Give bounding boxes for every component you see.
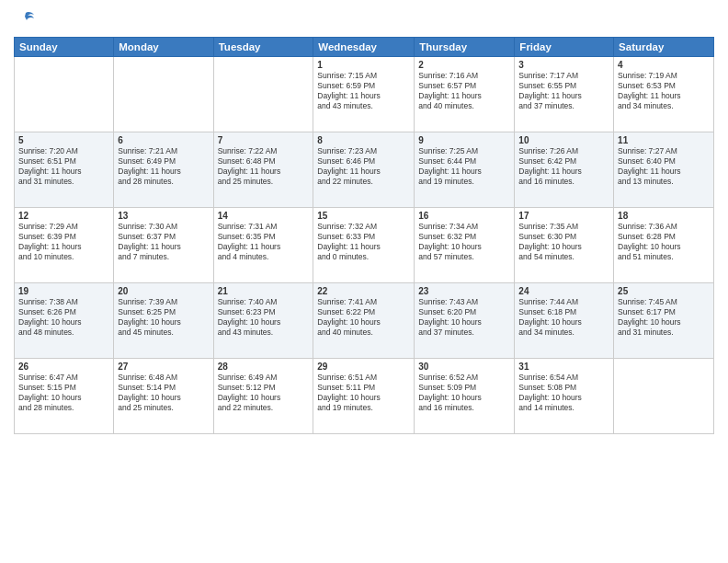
- day-number: 10: [518, 135, 609, 145]
- day-number: 2: [418, 60, 510, 70]
- day-info: Sunrise: 7:45 AM Sunset: 6:17 PM Dayligh…: [618, 297, 710, 338]
- day-info: Sunrise: 6:49 AM Sunset: 5:12 PM Dayligh…: [218, 373, 310, 413]
- col-header-friday: Friday: [515, 38, 614, 57]
- day-info: Sunrise: 7:38 AM Sunset: 6:26 PM Dayligh…: [18, 297, 109, 338]
- col-header-sunday: Sunday: [15, 38, 114, 57]
- calendar-cell: 6Sunrise: 7:21 AM Sunset: 6:49 PM Daylig…: [114, 132, 213, 208]
- day-info: Sunrise: 7:34 AM Sunset: 6:32 PM Dayligh…: [418, 222, 510, 262]
- calendar-week-row: 12Sunrise: 7:29 AM Sunset: 6:39 PM Dayli…: [15, 208, 714, 283]
- calendar-cell: 9Sunrise: 7:25 AM Sunset: 6:44 PM Daylig…: [415, 132, 515, 208]
- day-number: 20: [118, 286, 209, 296]
- day-info: Sunrise: 7:22 AM Sunset: 6:48 PM Dayligh…: [218, 146, 310, 187]
- day-info: Sunrise: 7:44 AM Sunset: 6:18 PM Dayligh…: [518, 297, 609, 338]
- day-info: Sunrise: 7:43 AM Sunset: 6:20 PM Dayligh…: [418, 297, 510, 338]
- day-info: Sunrise: 7:36 AM Sunset: 6:28 PM Dayligh…: [618, 222, 710, 262]
- calendar-cell: [213, 57, 313, 132]
- day-info: Sunrise: 7:19 AM Sunset: 6:53 PM Dayligh…: [618, 71, 710, 111]
- day-number: 27: [118, 362, 209, 372]
- calendar-cell: 22Sunrise: 7:41 AM Sunset: 6:22 PM Dayli…: [313, 283, 415, 359]
- calendar-table: SundayMondayTuesdayWednesdayThursdayFrid…: [14, 37, 714, 434]
- calendar-week-row: 26Sunrise: 6:47 AM Sunset: 5:15 PM Dayli…: [15, 359, 714, 434]
- day-info: Sunrise: 7:40 AM Sunset: 6:23 PM Dayligh…: [218, 297, 310, 338]
- calendar-cell: 2Sunrise: 7:16 AM Sunset: 6:57 PM Daylig…: [415, 57, 515, 132]
- col-header-saturday: Saturday: [614, 38, 714, 57]
- day-info: Sunrise: 7:26 AM Sunset: 6:42 PM Dayligh…: [518, 146, 609, 187]
- calendar-cell: 10Sunrise: 7:26 AM Sunset: 6:42 PM Dayli…: [515, 132, 614, 208]
- day-number: 14: [218, 211, 310, 221]
- day-info: Sunrise: 7:39 AM Sunset: 6:25 PM Dayligh…: [118, 297, 209, 338]
- day-number: 26: [18, 362, 109, 372]
- day-number: 31: [518, 362, 609, 372]
- day-info: Sunrise: 6:54 AM Sunset: 5:08 PM Dayligh…: [518, 373, 609, 413]
- day-number: 29: [317, 362, 410, 372]
- day-info: Sunrise: 7:17 AM Sunset: 6:55 PM Dayligh…: [518, 71, 609, 111]
- day-info: Sunrise: 7:35 AM Sunset: 6:30 PM Dayligh…: [518, 222, 609, 262]
- header: [14, 9, 714, 29]
- day-number: 17: [518, 211, 609, 221]
- day-number: 16: [418, 211, 510, 221]
- day-number: 9: [418, 135, 510, 145]
- calendar-cell: 8Sunrise: 7:23 AM Sunset: 6:46 PM Daylig…: [313, 132, 415, 208]
- calendar-cell: 12Sunrise: 7:29 AM Sunset: 6:39 PM Dayli…: [15, 208, 114, 283]
- calendar-cell: 5Sunrise: 7:20 AM Sunset: 6:51 PM Daylig…: [15, 132, 114, 208]
- logo: [14, 9, 36, 29]
- day-info: Sunrise: 7:15 AM Sunset: 6:59 PM Dayligh…: [317, 71, 410, 111]
- day-info: Sunrise: 7:31 AM Sunset: 6:35 PM Dayligh…: [218, 222, 310, 262]
- day-info: Sunrise: 7:16 AM Sunset: 6:57 PM Dayligh…: [418, 71, 510, 111]
- day-info: Sunrise: 7:29 AM Sunset: 6:39 PM Dayligh…: [18, 222, 109, 262]
- calendar-cell: 29Sunrise: 6:51 AM Sunset: 5:11 PM Dayli…: [313, 359, 415, 434]
- col-header-monday: Monday: [114, 38, 213, 57]
- day-number: 30: [418, 362, 510, 372]
- day-number: 7: [218, 135, 310, 145]
- day-number: 3: [518, 60, 609, 70]
- calendar-cell: 28Sunrise: 6:49 AM Sunset: 5:12 PM Dayli…: [213, 359, 313, 434]
- day-info: Sunrise: 7:41 AM Sunset: 6:22 PM Dayligh…: [317, 297, 410, 338]
- day-number: 4: [618, 60, 710, 70]
- calendar-cell: 21Sunrise: 7:40 AM Sunset: 6:23 PM Dayli…: [213, 283, 313, 359]
- day-number: 1: [317, 60, 410, 70]
- day-info: Sunrise: 6:51 AM Sunset: 5:11 PM Dayligh…: [317, 373, 410, 413]
- day-info: Sunrise: 6:52 AM Sunset: 5:09 PM Dayligh…: [418, 373, 510, 413]
- day-info: Sunrise: 7:20 AM Sunset: 6:51 PM Dayligh…: [18, 146, 109, 187]
- day-number: 23: [418, 286, 510, 296]
- calendar-cell: 15Sunrise: 7:32 AM Sunset: 6:33 PM Dayli…: [313, 208, 415, 283]
- day-number: 18: [618, 211, 710, 221]
- day-number: 12: [18, 211, 109, 221]
- calendar-cell: 13Sunrise: 7:30 AM Sunset: 6:37 PM Dayli…: [114, 208, 213, 283]
- day-number: 21: [218, 286, 310, 296]
- calendar-cell: 7Sunrise: 7:22 AM Sunset: 6:48 PM Daylig…: [213, 132, 313, 208]
- day-number: 19: [18, 286, 109, 296]
- col-header-thursday: Thursday: [415, 38, 515, 57]
- calendar-cell: 26Sunrise: 6:47 AM Sunset: 5:15 PM Dayli…: [15, 359, 114, 434]
- calendar-cell: [114, 57, 213, 132]
- day-number: 11: [618, 135, 710, 145]
- calendar-cell: [614, 359, 714, 434]
- calendar-cell: 16Sunrise: 7:34 AM Sunset: 6:32 PM Dayli…: [415, 208, 515, 283]
- calendar-cell: 31Sunrise: 6:54 AM Sunset: 5:08 PM Dayli…: [515, 359, 614, 434]
- day-number: 24: [518, 286, 609, 296]
- day-number: 13: [118, 211, 209, 221]
- calendar-cell: 19Sunrise: 7:38 AM Sunset: 6:26 PM Dayli…: [15, 283, 114, 359]
- col-header-wednesday: Wednesday: [313, 38, 415, 57]
- calendar-cell: 18Sunrise: 7:36 AM Sunset: 6:28 PM Dayli…: [614, 208, 714, 283]
- day-number: 25: [618, 286, 710, 296]
- day-info: Sunrise: 7:32 AM Sunset: 6:33 PM Dayligh…: [317, 222, 410, 262]
- calendar-cell: 17Sunrise: 7:35 AM Sunset: 6:30 PM Dayli…: [515, 208, 614, 283]
- header-row: SundayMondayTuesdayWednesdayThursdayFrid…: [15, 38, 714, 57]
- day-info: Sunrise: 7:21 AM Sunset: 6:49 PM Dayligh…: [118, 146, 209, 187]
- day-number: 22: [317, 286, 410, 296]
- calendar-cell: 23Sunrise: 7:43 AM Sunset: 6:20 PM Dayli…: [415, 283, 515, 359]
- calendar-cell: [15, 57, 114, 132]
- calendar-cell: 11Sunrise: 7:27 AM Sunset: 6:40 PM Dayli…: [614, 132, 714, 208]
- day-number: 5: [18, 135, 109, 145]
- calendar-week-row: 5Sunrise: 7:20 AM Sunset: 6:51 PM Daylig…: [15, 132, 714, 208]
- day-number: 15: [317, 211, 410, 221]
- calendar-cell: 1Sunrise: 7:15 AM Sunset: 6:59 PM Daylig…: [313, 57, 415, 132]
- calendar-cell: 4Sunrise: 7:19 AM Sunset: 6:53 PM Daylig…: [614, 57, 714, 132]
- day-info: Sunrise: 6:47 AM Sunset: 5:15 PM Dayligh…: [18, 373, 109, 413]
- day-info: Sunrise: 7:23 AM Sunset: 6:46 PM Dayligh…: [317, 146, 410, 187]
- day-number: 8: [317, 135, 410, 145]
- day-info: Sunrise: 6:48 AM Sunset: 5:14 PM Dayligh…: [118, 373, 209, 413]
- day-number: 6: [118, 135, 209, 145]
- calendar-week-row: 19Sunrise: 7:38 AM Sunset: 6:26 PM Dayli…: [15, 283, 714, 359]
